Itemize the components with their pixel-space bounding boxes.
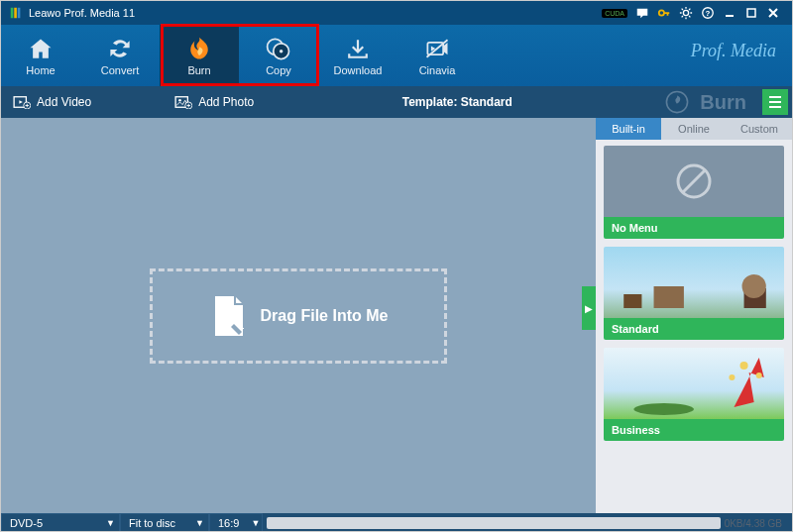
help-icon[interactable]: ? [697,2,719,24]
gpu-badge: CUDA [602,9,627,18]
nav-home[interactable]: Home [1,25,80,86]
app-title: Leawo Prof. Media 11 [29,7,135,19]
svg-point-3 [659,10,664,15]
template-thumb [604,247,784,318]
drop-zone-text: Drag File Into Me [261,307,389,325]
drop-stage[interactable]: Drag File Into Me [1,118,596,513]
disc-type-value: DVD-5 [10,517,43,529]
template-card-nomenu[interactable]: No Menu [604,146,784,239]
brand-text: Prof. Media [691,41,776,61]
add-video-label: Add Video [37,95,91,109]
app-logo-icon [9,6,23,20]
fit-mode-dropdown[interactable]: Fit to disc ▼ [120,513,209,532]
svg-point-25 [756,372,762,378]
drop-zone[interactable]: Drag File Into Me [150,268,447,364]
disc-type-dropdown[interactable]: DVD-5 ▼ [1,513,120,532]
svg-point-4 [683,10,688,15]
view-toggle-button[interactable] [762,89,788,115]
svg-rect-2 [18,8,21,19]
svg-rect-7 [747,9,755,17]
svg-rect-1 [14,8,17,19]
nav-label: Copy [266,64,291,76]
template-label: No Menu [604,217,784,239]
svg-point-15 [178,99,181,102]
fit-mode-value: Fit to disc [129,517,175,529]
size-progress-bar [267,517,721,529]
close-button[interactable] [762,2,784,24]
video-icon [13,95,31,109]
svg-rect-19 [623,294,641,308]
template-panel: ▶ Built-in Online Custom No Menu ✓ Stand… [596,118,792,513]
nav-download[interactable]: Download [318,25,397,86]
tab-custom[interactable]: Custom [727,118,792,140]
burn-action-label: Burn [700,91,746,114]
panel-collapse-handle[interactable]: ▶ [582,286,596,330]
template-thumb [604,146,784,217]
template-label: Business [604,419,784,441]
disabled-icon [674,161,714,201]
nav-label: Cinavia [419,64,456,76]
feedback-icon[interactable] [631,2,653,24]
svg-point-10 [280,50,283,53]
chevron-down-icon: ▼ [195,518,204,528]
svg-point-24 [740,362,748,370]
nav-label: Convert [101,64,140,76]
template-indicator: Template: Standard [266,95,648,109]
svg-text:?: ? [706,9,711,18]
list-view-icon [767,94,783,110]
title-bar: Leawo Prof. Media 11 CUDA ? [1,1,792,25]
aspect-ratio-value: 16:9 [218,517,239,529]
chevron-down-icon: ▼ [251,518,260,528]
template-card-business[interactable]: Business [604,348,784,441]
main-nav: Home Convert Burn Copy Download Cinavia … [1,25,792,86]
settings-icon[interactable] [675,2,697,24]
file-drop-icon [209,294,249,338]
sub-toolbar: Add Video Add Photo Template: Standard B… [1,86,792,118]
photo-icon [174,95,192,109]
burn-action-button[interactable]: Burn [648,89,762,115]
template-tabs: Built-in Online Custom [596,118,792,140]
maximize-button[interactable] [740,2,762,24]
nav-cinavia[interactable]: Cinavia [397,25,477,86]
add-photo-button[interactable]: Add Photo [163,95,266,109]
aspect-ratio-dropdown[interactable]: 16:9 ▼ [209,513,263,532]
template-thumb [604,348,784,419]
svg-point-22 [742,274,766,298]
add-photo-label: Add Photo [198,95,254,109]
svg-point-23 [633,403,694,415]
content-area: Drag File Into Me ▶ Built-in Online Cust… [1,118,792,513]
chevron-down-icon: ▼ [106,518,115,528]
nav-burn[interactable]: Burn [160,25,239,86]
tab-online[interactable]: Online [661,118,727,140]
burn-flame-icon [664,89,690,115]
template-label: Standard [604,318,784,340]
nav-convert[interactable]: Convert [80,25,160,86]
template-card-standard[interactable]: ✓ Standard [604,247,784,340]
svg-rect-20 [654,286,684,308]
minimize-button[interactable] [719,2,740,24]
svg-point-26 [729,374,735,380]
bottom-bar: DVD-5 ▼ Fit to disc ▼ 16:9 ▼ 0KB/4.38 GB [1,513,792,532]
template-list: No Menu ✓ Standard Business [596,140,792,513]
svg-rect-0 [11,8,14,19]
add-video-button[interactable]: Add Video [1,95,103,109]
nav-label: Burn [187,64,210,76]
size-progress-label: 0KB/4.38 GB [725,518,792,529]
tab-builtin[interactable]: Built-in [596,118,661,140]
nav-label: Download [334,64,383,76]
nav-copy[interactable]: Copy [239,25,318,86]
key-icon[interactable] [653,2,675,24]
nav-label: Home [26,64,55,76]
